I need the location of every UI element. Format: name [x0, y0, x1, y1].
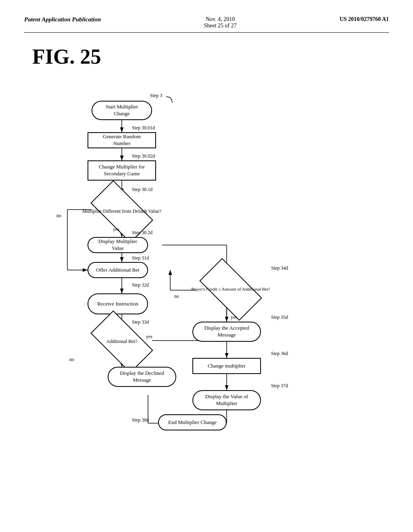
page-header: Patent Application Publication Nov. 4, 2…	[24, 16, 389, 33]
date-label: Nov. 4, 2010	[204, 16, 236, 23]
patent-number: US 2010/0279760 A1	[340, 16, 389, 23]
flowchart-diagram: Step 3 Start Multiplier Change Step 30.0…	[29, 73, 384, 516]
step31d-label: Step 31d	[132, 255, 149, 261]
display-declined-node: Display the Declined Message	[108, 367, 176, 387]
step3001d-label: Step 30.01d	[132, 125, 155, 131]
players-credit-diamond: Player's Credit ≥ Amount of Additional B…	[178, 270, 283, 308]
offer-additional-node: Offer Additional Bet	[88, 262, 148, 278]
multiplier-different-diamond: Multiplier Different from Default Value?	[69, 191, 174, 232]
generate-random-node: Generate Random Number	[88, 132, 156, 148]
page: Patent Application Publication Nov. 4, 2…	[0, 0, 413, 532]
yes-label-3: yes	[231, 314, 237, 320]
step32d-label: Step 32d	[132, 282, 149, 288]
no-label-1: no	[56, 213, 61, 219]
display-value-multiplier-node: Display the Value of Multiplier	[192, 390, 261, 410]
no-label-3: no	[174, 293, 179, 299]
step38d-label: Step 38d	[132, 417, 149, 423]
header-center: Nov. 4, 2010 Sheet 25 of 27	[204, 16, 236, 29]
figure-label: FIG. 25	[32, 45, 389, 69]
display-accepted-node: Display the Accepted Message	[192, 322, 261, 342]
step36d-label: Step 36d	[271, 351, 288, 357]
additional-bet-diamond: Additional Bet?	[69, 322, 174, 361]
receive-instruction-node: Receive Instruction	[88, 293, 148, 314]
yes-label-2: yes	[146, 334, 152, 340]
step302d-label: Step 30.2d	[132, 230, 152, 236]
change-multiplier2-node: Change multiplier	[192, 358, 261, 374]
publication-label: Patent Application Publication	[24, 16, 101, 23]
no-label-2: no	[69, 357, 74, 363]
display-multiplier-node: Display Multiplier Value	[88, 237, 148, 253]
step35d-label: Step 35d	[271, 314, 288, 320]
yes-label-1: yes	[113, 227, 119, 233]
sheet-label: Sheet 25 of 27	[204, 23, 236, 29]
end-multiplier-node: End Multiplier Change	[158, 414, 227, 430]
step37d-label: Step 37d	[271, 383, 288, 389]
change-multiplier-node: Change Multiplier for Secondary Game	[88, 160, 156, 181]
step3002d-label: Step 30.02d	[132, 153, 155, 159]
start-node: Start Multiplier Change	[92, 101, 152, 120]
